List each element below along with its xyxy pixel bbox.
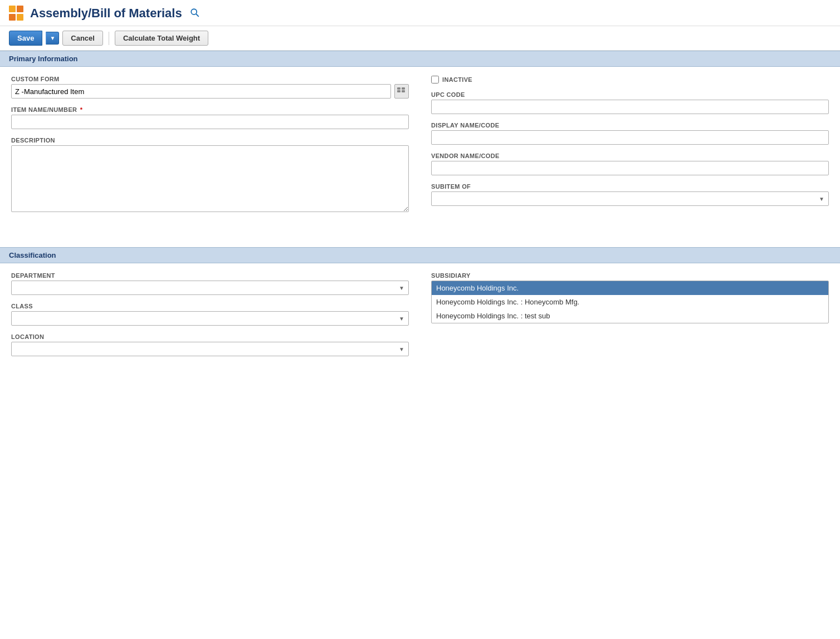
vendor-name-input[interactable] [431, 161, 829, 175]
svg-line-1 [196, 14, 198, 16]
location-group: LOCATION [11, 333, 409, 356]
subitem-of-label: SUBITEM OF [431, 183, 829, 190]
cancel-button[interactable]: Cancel [62, 31, 103, 46]
inactive-label: INACTIVE [442, 76, 472, 83]
app-icon [9, 6, 25, 21]
classification-form-section: DEPARTMENT CLASS LOCATION [0, 263, 840, 373]
svg-rect-5 [402, 90, 405, 92]
upc-code-label: UPC CODE [431, 91, 829, 98]
required-marker: * [80, 106, 83, 113]
description-textarea[interactable] [11, 145, 409, 212]
item-name-label: ITEM NAME/NUMBER * [11, 106, 409, 113]
custom-form-row [11, 84, 409, 99]
page-header: Assembly/Bill of Materials [0, 0, 840, 26]
description-group: DESCRIPTION [11, 137, 409, 214]
svg-rect-4 [402, 87, 405, 90]
classification-section-header: Classification [0, 247, 840, 263]
department-group: DEPARTMENT [11, 272, 409, 295]
custom-form-input[interactable] [11, 84, 391, 99]
subsidiary-option-honeycomb-holdings[interactable]: Honeycomb Holdings Inc. [432, 281, 828, 295]
location-select[interactable] [11, 342, 409, 356]
department-select-wrapper [11, 281, 409, 295]
search-button[interactable] [188, 7, 202, 21]
custom-form-icon-button[interactable] [394, 84, 409, 99]
subsidiary-option-test-sub[interactable]: Honeycomb Holdings Inc. : test sub [432, 309, 828, 323]
spacer [0, 230, 840, 247]
class-select[interactable] [11, 311, 409, 326]
vendor-name-group: VENDOR NAME/CODE [431, 153, 829, 175]
svg-rect-2 [397, 87, 401, 90]
calculate-weight-button[interactable]: Calculate Total Weight [115, 31, 208, 46]
upc-code-input[interactable] [431, 100, 829, 114]
display-name-group: DISPLAY NAME/CODE [431, 122, 829, 145]
custom-form-group: CUSTOM FORM [11, 76, 409, 99]
description-label: DESCRIPTION [11, 137, 409, 144]
custom-form-label: CUSTOM FORM [11, 76, 409, 82]
display-name-input[interactable] [431, 130, 829, 145]
location-select-wrapper [11, 342, 409, 356]
upc-code-group: UPC CODE [431, 91, 829, 114]
department-select[interactable] [11, 281, 409, 295]
item-name-input[interactable] [11, 115, 409, 129]
classification-left-col: DEPARTMENT CLASS LOCATION [11, 272, 409, 364]
class-label: CLASS [11, 303, 409, 309]
subitem-of-select-wrapper [431, 191, 829, 206]
subsidiary-group: SUBSIDIARY Honeycomb Holdings Inc. Honey… [431, 272, 829, 323]
save-dropdown-button[interactable]: ▼ [46, 32, 59, 45]
display-name-label: DISPLAY NAME/CODE [431, 122, 829, 129]
subsidiary-dropdown[interactable]: Honeycomb Holdings Inc. Honeycomb Holdin… [431, 281, 829, 323]
class-group: CLASS [11, 303, 409, 326]
department-label: DEPARTMENT [11, 272, 409, 279]
subitem-of-select[interactable] [431, 191, 829, 206]
save-button[interactable]: Save [9, 31, 42, 46]
vendor-name-label: VENDOR NAME/CODE [431, 153, 829, 159]
location-label: LOCATION [11, 333, 409, 340]
primary-section-header: Primary Information [0, 51, 840, 67]
page-title: Assembly/Bill of Materials [30, 6, 182, 21]
classification-right-col: SUBSIDIARY Honeycomb Holdings Inc. Honey… [431, 272, 829, 364]
toolbar: Save ▼ Cancel Calculate Total Weight [0, 26, 840, 51]
primary-right-col: INACTIVE UPC CODE DISPLAY NAME/CODE VEND… [431, 76, 829, 222]
toolbar-divider [109, 32, 109, 45]
item-name-group: ITEM NAME/NUMBER * [11, 106, 409, 129]
primary-form-section: CUSTOM FORM ITEM NAME/NUMBER * [0, 67, 840, 230]
subitem-of-group: SUBITEM OF [431, 183, 829, 206]
list-icon [397, 87, 406, 95]
svg-rect-3 [397, 90, 401, 92]
inactive-checkbox[interactable] [431, 76, 439, 83]
primary-left-col: CUSTOM FORM ITEM NAME/NUMBER * [11, 76, 409, 222]
subsidiary-label: SUBSIDIARY [431, 272, 829, 279]
search-icon [190, 8, 200, 18]
subsidiary-option-honeycomb-mfg[interactable]: Honeycomb Holdings Inc. : Honeycomb Mfg. [432, 295, 828, 309]
inactive-row: INACTIVE [431, 76, 829, 83]
class-select-wrapper [11, 311, 409, 326]
